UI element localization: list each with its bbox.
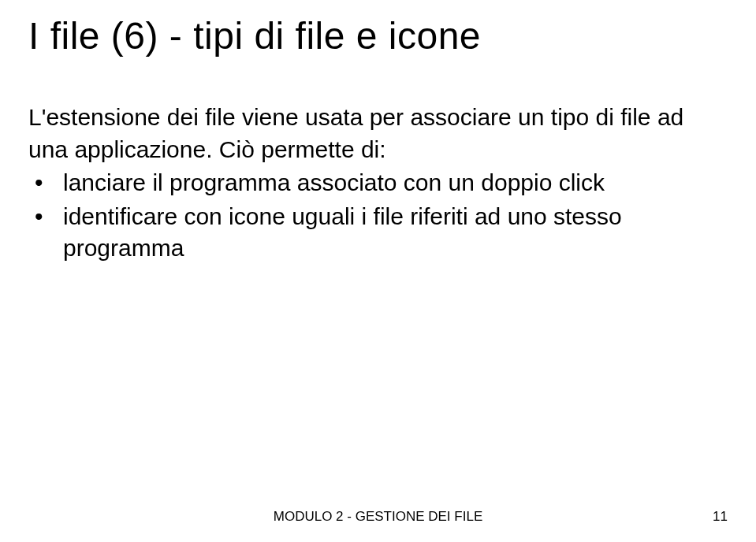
- footer-center-text: MODULO 2 - GESTIONE DEI FILE: [28, 509, 728, 525]
- list-item: lanciare il programma associato con un d…: [28, 167, 728, 199]
- slide-title: I file (6) - tipi di file e icone: [28, 14, 728, 58]
- slide-footer: MODULO 2 - GESTIONE DEI FILE 11: [0, 509, 756, 525]
- bullet-list: lanciare il programma associato con un d…: [28, 167, 728, 265]
- page-number: 11: [713, 509, 728, 525]
- intro-paragraph: L'estensione dei file viene usata per as…: [28, 102, 728, 165]
- list-item: identificare con icone uguali i file rif…: [28, 201, 728, 265]
